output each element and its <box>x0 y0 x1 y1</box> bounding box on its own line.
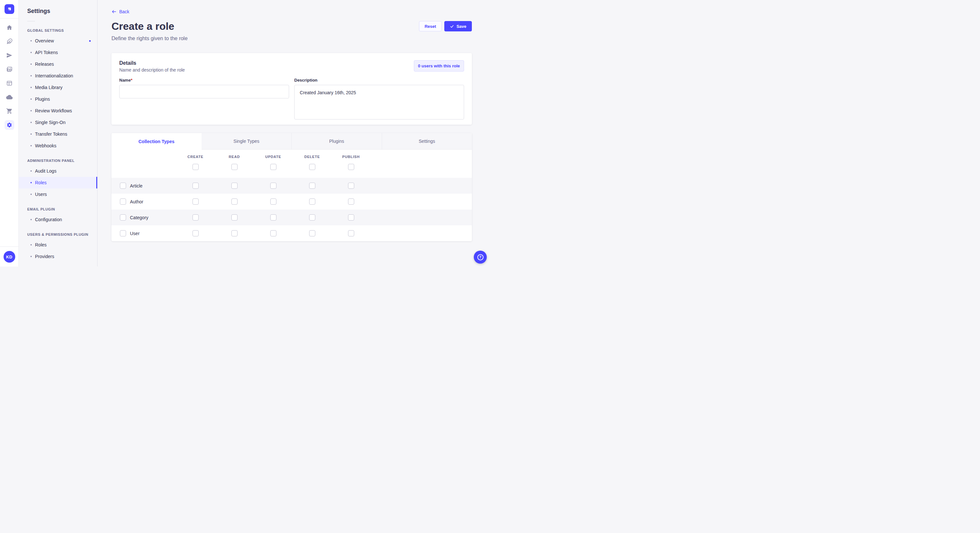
sidebar-item-label: Webhooks <box>35 143 56 148</box>
sidebar-item-label: Media Library <box>35 85 62 90</box>
article-publish-checkbox[interactable] <box>348 182 354 189</box>
page-title: Create a role <box>111 20 174 33</box>
select-all-update-checkbox[interactable] <box>270 164 277 170</box>
user-read-checkbox[interactable] <box>231 230 237 236</box>
article-delete-checkbox[interactable] <box>309 182 315 189</box>
rail-nav <box>0 19 19 246</box>
category-create-checkbox[interactable] <box>192 214 199 220</box>
save-button[interactable]: Save <box>444 21 472 32</box>
column-header-update: UPDATE <box>254 155 293 159</box>
reset-button[interactable]: Reset <box>419 21 441 32</box>
article-update-checkbox[interactable] <box>270 182 277 189</box>
sidebar-item-overview[interactable]: Overview <box>19 35 97 47</box>
sidebar-item-label: Roles <box>35 180 47 185</box>
category-delete-checkbox[interactable] <box>309 214 315 220</box>
media-library-images-icon[interactable] <box>6 66 13 73</box>
bullet-icon <box>30 182 32 183</box>
global-settings-list: Overview API Tokens Releases Internation… <box>19 35 97 152</box>
header-actions: Reset Save <box>419 21 472 32</box>
sidebar-item-label: Review Workflows <box>35 108 72 113</box>
article-create-checkbox[interactable] <box>192 182 199 189</box>
sidebar-item-label: Audit Logs <box>35 168 56 174</box>
details-heading: Details <box>119 60 185 66</box>
select-all-read-checkbox[interactable] <box>231 164 237 170</box>
sidebar-item-api-tokens[interactable]: API Tokens <box>19 47 97 58</box>
user-update-checkbox[interactable] <box>270 230 277 236</box>
content-manager-feather-icon[interactable] <box>6 38 13 45</box>
select-all-publish-checkbox[interactable] <box>348 164 354 170</box>
icon-rail: KD <box>0 0 19 266</box>
sidebar-item-releases[interactable]: Releases <box>19 58 97 70</box>
author-update-checkbox[interactable] <box>270 198 277 205</box>
tab-settings[interactable]: Settings <box>382 133 472 150</box>
permissions-card: Collection Types Single Types Plugins Se… <box>111 133 472 241</box>
users-with-role-badge[interactable]: 0 users with this role <box>414 60 464 71</box>
sidebar-item-webhooks[interactable]: Webhooks <box>19 140 97 152</box>
name-input[interactable] <box>119 85 289 98</box>
sidebar-item-configuration[interactable]: Configuration <box>19 214 97 225</box>
permissions-tabs: Collection Types Single Types Plugins Se… <box>111 133 472 150</box>
bullet-icon <box>30 256 32 257</box>
table-row-user: User <box>111 225 472 241</box>
article-read-checkbox[interactable] <box>231 182 237 189</box>
sidebar-item-label: Roles <box>35 242 47 247</box>
content-type-builder-layout-icon[interactable] <box>6 80 13 86</box>
user-avatar[interactable]: KD <box>3 251 15 263</box>
sidebar-item-users[interactable]: Users <box>19 189 97 200</box>
sidebar-item-roles-up[interactable]: Roles <box>19 239 97 251</box>
tab-collection-types[interactable]: Collection Types <box>111 133 202 150</box>
sidebar-item-providers[interactable]: Providers <box>19 251 97 262</box>
save-label: Save <box>457 24 466 29</box>
sidebar-item-plugins[interactable]: Plugins <box>19 93 97 105</box>
row-select-article-checkbox[interactable] <box>120 182 126 189</box>
sidebar-item-single-sign-on[interactable]: Single Sign-On <box>19 117 97 128</box>
category-publish-checkbox[interactable] <box>348 214 354 220</box>
row-select-user-checkbox[interactable] <box>120 230 126 236</box>
bullet-icon <box>30 219 32 220</box>
bullet-icon <box>30 133 32 135</box>
sidebar-item-label: Providers <box>35 254 54 259</box>
back-label: Back <box>119 9 129 14</box>
author-create-checkbox[interactable] <box>192 198 199 205</box>
name-field-group: Name* <box>119 77 289 119</box>
back-link[interactable]: Back <box>111 9 129 14</box>
author-delete-checkbox[interactable] <box>309 198 315 205</box>
home-icon[interactable] <box>6 24 13 31</box>
section-header-administration-panel: ADMINISTRATION PANEL <box>27 159 89 163</box>
row-select-author-checkbox[interactable] <box>120 198 126 205</box>
tab-single-types[interactable]: Single Types <box>202 133 292 150</box>
category-read-checkbox[interactable] <box>231 214 237 220</box>
settings-gear-icon[interactable] <box>5 120 14 130</box>
table-row-article: Article <box>111 178 472 194</box>
sidebar-item-roles-admin[interactable]: Roles <box>19 177 97 189</box>
strapi-logo[interactable] <box>5 4 14 14</box>
bullet-icon <box>30 75 32 76</box>
tab-plugins[interactable]: Plugins <box>291 133 382 150</box>
sidebar-item-label: Transfer Tokens <box>35 132 67 136</box>
marketplace-cart-icon[interactable] <box>6 108 13 114</box>
help-button[interactable]: ? <box>474 251 487 263</box>
sidebar-item-review-workflows[interactable]: Review Workflows <box>19 105 97 117</box>
details-card: Details Name and description of the role… <box>111 53 472 125</box>
sidebar-item-media-library[interactable]: Media Library <box>19 82 97 93</box>
description-textarea[interactable]: Created January 16th, 2025 <box>294 85 464 119</box>
author-read-checkbox[interactable] <box>231 198 237 205</box>
sidebar-item-audit-logs[interactable]: Audit Logs <box>19 165 97 177</box>
page-subtitle: Define the rights given to the role <box>111 35 472 43</box>
row-select-category-checkbox[interactable] <box>120 214 126 220</box>
bullet-icon <box>30 170 32 171</box>
sidebar-item-transfer-tokens[interactable]: Transfer Tokens <box>19 128 97 140</box>
user-delete-checkbox[interactable] <box>309 230 315 236</box>
release-paper-plane-icon[interactable] <box>6 52 13 59</box>
user-create-checkbox[interactable] <box>192 230 199 236</box>
user-publish-checkbox[interactable] <box>348 230 354 236</box>
category-update-checkbox[interactable] <box>270 214 277 220</box>
select-all-delete-checkbox[interactable] <box>309 164 315 170</box>
sidebar-item-label: Releases <box>35 62 54 67</box>
sidebar-item-internationalization[interactable]: Internationalization <box>19 70 97 82</box>
select-all-create-checkbox[interactable] <box>192 164 199 170</box>
author-publish-checkbox[interactable] <box>348 198 354 205</box>
sidebar-item-label: Configuration <box>35 217 62 222</box>
deploy-cloud-icon[interactable] <box>6 94 13 100</box>
table-row-category: Category <box>111 209 472 225</box>
